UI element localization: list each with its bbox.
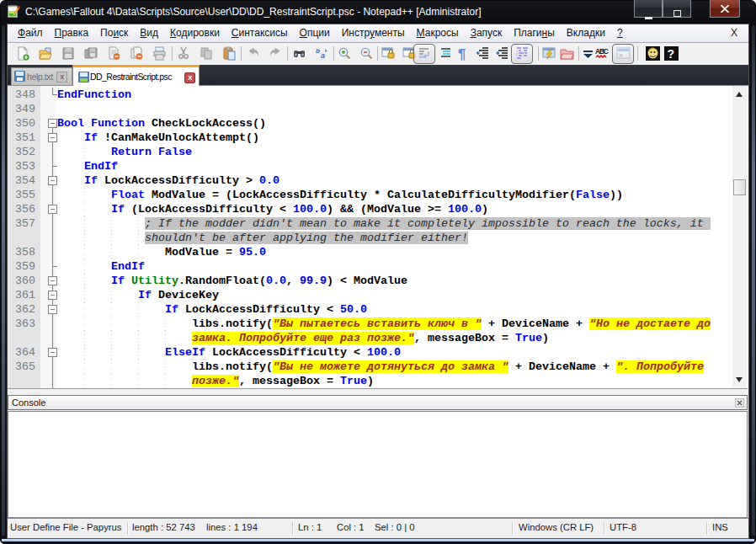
svg-text:ABC: ABC bbox=[595, 47, 609, 56]
svg-text:b: b bbox=[316, 47, 320, 55]
svg-text:¶: ¶ bbox=[458, 46, 466, 61]
svg-text:?: ? bbox=[668, 47, 675, 61]
svg-text:a: a bbox=[321, 51, 325, 60]
